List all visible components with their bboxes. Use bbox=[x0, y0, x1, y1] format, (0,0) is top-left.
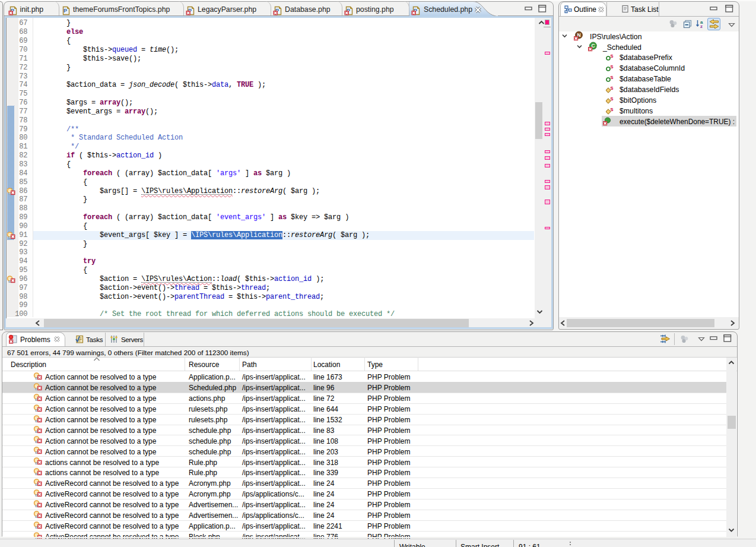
svg-text:S: S bbox=[611, 75, 614, 80]
svg-text:S: S bbox=[611, 107, 614, 112]
svg-text:P: P bbox=[63, 8, 67, 14]
svg-text:S: S bbox=[611, 96, 614, 102]
svg-text:z: z bbox=[700, 24, 703, 29]
svg-text:S: S bbox=[611, 64, 614, 69]
svg-text:S: S bbox=[611, 53, 614, 59]
svg-text:S: S bbox=[611, 86, 614, 91]
